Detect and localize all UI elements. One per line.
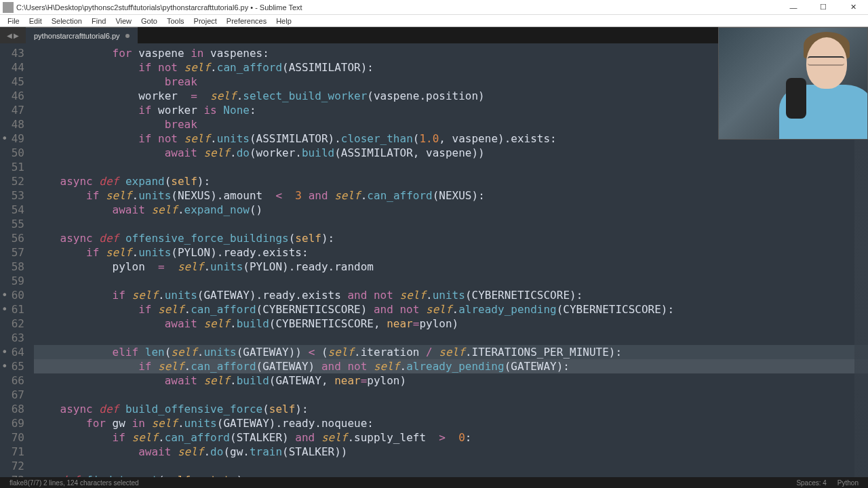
code-line[interactable]: async def expand(self): — [34, 174, 868, 188]
code-line[interactable]: if self.units(NEXUS).amount < 3 and self… — [34, 188, 868, 203]
code-line[interactable]: if self.can_afford(CYBERNETICSCORE) and … — [34, 302, 868, 317]
menu-help[interactable]: Help — [271, 16, 296, 26]
code-line[interactable]: async def offensive_force_buildings(self… — [34, 231, 868, 245]
menu-find[interactable]: Find — [87, 16, 111, 26]
tab-nav-arrows[interactable]: ◀ ▶ — [0, 27, 26, 43]
code-line[interactable] — [34, 331, 868, 345]
window-title: C:\Users\H\Desktop\pythonsc2stuff\tutori… — [16, 3, 302, 12]
code-line[interactable]: await self.build(GATEWAY, near=pylon) — [34, 373, 868, 388]
code-line[interactable] — [34, 459, 868, 473]
menu-edit[interactable]: Edit — [24, 16, 47, 26]
code-line[interactable]: if self.can_afford(STALKER) and self.sup… — [34, 430, 868, 445]
code-line[interactable]: await self.expand_now() — [34, 203, 868, 217]
code-line[interactable] — [34, 274, 868, 288]
code-line[interactable]: async def build_offensive_force(self): — [34, 402, 868, 416]
code-line[interactable] — [34, 160, 868, 174]
line-number-gutter: 4344454647484950515253545556575859606162… — [0, 43, 30, 477]
minimize-button[interactable]: — — [778, 0, 808, 15]
file-tab[interactable]: pythonstarcrafttutorial6.py — [26, 27, 138, 43]
menu-goto[interactable]: Goto — [136, 16, 162, 26]
code-line[interactable] — [34, 217, 868, 231]
code-line[interactable]: for gw in self.units(GATEWAY).ready.noqu… — [34, 416, 868, 430]
menu-view[interactable]: View — [111, 16, 136, 26]
status-bar: flake8(7/7) 2 lines, 124 characters sele… — [0, 477, 868, 488]
status-spaces[interactable]: Spaces: 4 — [791, 479, 831, 487]
window-titlebar: C:\Users\H\Desktop\pythonsc2stuff\tutori… — [0, 0, 868, 15]
app-icon — [3, 2, 14, 13]
menu-file[interactable]: File — [3, 16, 24, 26]
tab-label: pythonstarcrafttutorial6.py — [34, 32, 120, 40]
menu-bar: FileEditSelectionFindViewGotoToolsProjec… — [0, 15, 868, 27]
status-language[interactable]: Python — [832, 479, 864, 487]
menu-project[interactable]: Project — [189, 16, 222, 26]
code-line[interactable]: elif len(self.units(GATEWAY)) < (self.it… — [34, 345, 868, 359]
menu-preferences[interactable]: Preferences — [222, 16, 271, 26]
menu-tools[interactable]: Tools — [162, 16, 189, 26]
code-line[interactable] — [34, 388, 868, 402]
code-line[interactable]: await self.do(worker.build(ASSIMILATOR, … — [34, 146, 868, 160]
maximize-button[interactable]: ☐ — [808, 0, 838, 15]
code-line[interactable]: if self.units(GATEWAY).ready.exists and … — [34, 288, 868, 302]
dirty-indicator-icon — [125, 34, 130, 38]
code-line[interactable]: await self.build(CYBERNETICSCORE, near=p… — [34, 317, 868, 331]
code-line[interactable]: pylon = self.units(PYLON).ready.random — [34, 260, 868, 274]
code-line[interactable]: if self.units(PYLON).ready.exists: — [34, 245, 868, 260]
status-message: flake8(7/7) 2 lines, 124 characters sele… — [4, 479, 144, 487]
close-button[interactable]: ✕ — [838, 0, 868, 15]
code-line[interactable]: await self.do(gw.train(STALKER)) — [34, 445, 868, 459]
webcam-overlay — [718, 27, 868, 140]
menu-selection[interactable]: Selection — [47, 16, 87, 26]
code-line[interactable]: if self.can_afford(GATEWAY) and not self… — [34, 359, 868, 373]
